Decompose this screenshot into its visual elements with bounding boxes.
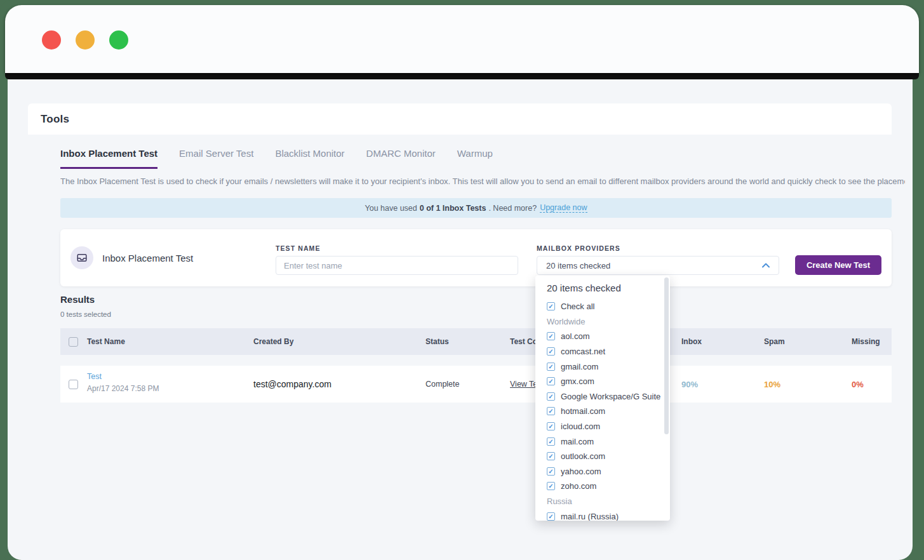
usage-banner-count: 0 of 1 Inbox Tests xyxy=(420,204,486,213)
test-name-label: TEST NAME xyxy=(276,244,321,252)
provider-label: mail.com xyxy=(561,437,594,446)
column-header-test-name: Test Name xyxy=(87,328,125,355)
provider-checkbox-mail-com[interactable]: ✓ xyxy=(547,437,555,446)
created-by-cell: test@company.com xyxy=(253,366,331,403)
traffic-light-minimize[interactable] xyxy=(76,30,95,50)
create-test-card: Inbox Placement Test TEST NAME MAILBOX P… xyxy=(60,229,892,286)
tabs: Inbox Placement TestEmail Server TestBla… xyxy=(60,148,493,169)
mailbox-providers-select[interactable]: 20 items checked xyxy=(537,256,779,275)
dropdown-group-worldwide: Worldwide xyxy=(547,314,670,330)
column-header-created-by: Created By xyxy=(253,328,293,355)
provider-item-yahoo-com[interactable]: ✓yahoo.com xyxy=(547,464,670,479)
upgrade-link[interactable]: Upgrade now xyxy=(540,203,587,213)
provider-checkbox-mail-ru-russia[interactable]: ✓ xyxy=(547,512,555,521)
provider-checkbox-gmail-com[interactable]: ✓ xyxy=(547,363,555,371)
tab-warmup[interactable]: Warmup xyxy=(457,148,493,169)
test-name-link[interactable]: Test xyxy=(87,372,159,381)
status-cell: Complete xyxy=(425,366,460,403)
window-divider xyxy=(5,72,919,79)
results-heading: Results xyxy=(60,294,95,305)
select-all-checkbox[interactable] xyxy=(69,337,78,347)
provider-label: gmail.com xyxy=(561,362,598,371)
provider-label: mail.ru (Russia) xyxy=(561,512,619,521)
traffic-light-maximize[interactable] xyxy=(109,30,128,50)
dropdown-scrollbar-thumb[interactable] xyxy=(664,277,669,434)
column-header-missing: Missing xyxy=(852,328,880,355)
tab-description: The Inbox Placement Test is used to chec… xyxy=(60,177,905,186)
usage-banner-more: . Need more? xyxy=(488,204,537,213)
inbox-value-cell: 90% xyxy=(681,366,698,403)
results-table-header: Test NameCreated ByStatusTest CoInboxSpa… xyxy=(60,328,892,355)
provider-checkbox-icloud-com[interactable]: ✓ xyxy=(547,422,555,430)
usage-banner: You have used 0 of 1 Inbox Tests . Need … xyxy=(60,198,892,218)
provider-label: outlook.com xyxy=(561,451,605,461)
mailbox-providers-label: MAILBOX PROVIDERS xyxy=(537,244,620,252)
provider-item-mail-com[interactable]: ✓mail.com xyxy=(547,434,670,449)
provider-label: aol.com xyxy=(561,331,590,341)
check-all-checkbox[interactable]: ✓ xyxy=(547,302,555,310)
provider-checkbox-yahoo-com[interactable]: ✓ xyxy=(547,467,555,476)
spam-value-cell: 10% xyxy=(764,366,780,403)
results-selected-count: 0 tests selected xyxy=(60,310,111,318)
page-title: Tools xyxy=(41,113,69,126)
create-new-test-button[interactable]: Create New Test xyxy=(795,255,881,275)
form-title: Inbox Placement Test xyxy=(102,253,193,263)
provider-label: zoho.com xyxy=(561,481,596,491)
provider-label: icloud.com xyxy=(561,422,600,431)
view-test-link[interactable]: View Te xyxy=(510,380,537,389)
page-header: Tools xyxy=(28,103,892,135)
tab-blacklist-monitor[interactable]: Blacklist Monitor xyxy=(275,148,344,169)
view-test-cell: View Te xyxy=(510,366,537,403)
row-checkbox-cell xyxy=(69,366,78,403)
dropdown-list: Worldwide✓aol.com✓comcast.net✓gmail.com✓… xyxy=(547,314,670,521)
dropdown-title: 20 items checked xyxy=(547,283,670,299)
provider-checkbox-outlook-com[interactable]: ✓ xyxy=(547,452,555,460)
usage-banner-text: You have used xyxy=(365,204,417,213)
provider-checkbox-google-workspace-g-suite[interactable]: ✓ xyxy=(547,392,555,401)
provider-item-icloud-com[interactable]: ✓icloud.com xyxy=(547,419,670,434)
table-row: Test Apr/17 2024 7:58 PM test@company.co… xyxy=(60,366,892,403)
tab-dmarc-monitor[interactable]: DMARC Monitor xyxy=(366,148,436,169)
check-all-item[interactable]: ✓ Check all xyxy=(547,299,670,314)
provider-item-gmail-com[interactable]: ✓gmail.com xyxy=(547,359,670,374)
traffic-lights xyxy=(42,30,128,50)
provider-label: Google Workspace/G Suite xyxy=(561,392,660,401)
column-header-inbox: Inbox xyxy=(681,328,702,355)
provider-checkbox-aol-com[interactable]: ✓ xyxy=(547,332,555,340)
provider-checkbox-zoho-com[interactable]: ✓ xyxy=(547,482,555,490)
tab-email-server-test[interactable]: Email Server Test xyxy=(179,148,253,169)
provider-item-gmx-com[interactable]: ✓gmx.com xyxy=(547,374,670,389)
provider-label: comcast.net xyxy=(561,347,605,356)
provider-item-outlook-com[interactable]: ✓outlook.com xyxy=(547,449,670,464)
tab-inbox-placement-test[interactable]: Inbox Placement Test xyxy=(60,148,157,169)
column-header-spam: Spam xyxy=(764,328,785,355)
provider-checkbox-hotmail-com[interactable]: ✓ xyxy=(547,407,555,415)
test-name-cell: Test Apr/17 2024 7:58 PM xyxy=(87,372,159,393)
inbox-icon xyxy=(70,246,93,269)
test-name-input[interactable] xyxy=(276,256,518,275)
row-checkbox[interactable] xyxy=(69,380,78,389)
provider-item-aol-com[interactable]: ✓aol.com xyxy=(547,329,670,344)
mailbox-providers-dropdown: 20 items checked ✓ Check all Worldwide✓a… xyxy=(535,276,670,521)
dropdown-group-russia: Russia xyxy=(547,494,670,509)
test-date: Apr/17 2024 7:58 PM xyxy=(87,384,159,393)
browser-titlebar xyxy=(5,5,919,73)
page-content: Tools Inbox Placement TestEmail Server T… xyxy=(8,79,913,560)
provider-checkbox-gmx-com[interactable]: ✓ xyxy=(547,377,555,385)
app-window: Tools Inbox Placement TestEmail Server T… xyxy=(0,0,924,560)
column-header-test-co: Test Co xyxy=(510,328,537,355)
traffic-light-close[interactable] xyxy=(42,30,61,50)
provider-item-hotmail-com[interactable]: ✓hotmail.com xyxy=(547,404,670,419)
provider-item-zoho-com[interactable]: ✓zoho.com xyxy=(547,479,670,494)
select-all-cell xyxy=(69,328,78,355)
provider-item-comcast-net[interactable]: ✓comcast.net xyxy=(547,344,670,359)
mailbox-providers-value: 20 items checked xyxy=(546,261,610,270)
column-header-status: Status xyxy=(425,328,449,355)
provider-item-google-workspace-g-suite[interactable]: ✓Google Workspace/G Suite xyxy=(547,389,670,404)
provider-item-mail-ru-russia[interactable]: ✓mail.ru (Russia) xyxy=(547,509,670,521)
provider-checkbox-comcast-net[interactable]: ✓ xyxy=(547,347,555,356)
provider-label: gmx.com xyxy=(561,377,594,386)
provider-label: hotmail.com xyxy=(561,406,605,416)
missing-value-cell: 0% xyxy=(852,366,864,403)
chevron-up-icon xyxy=(762,263,770,268)
